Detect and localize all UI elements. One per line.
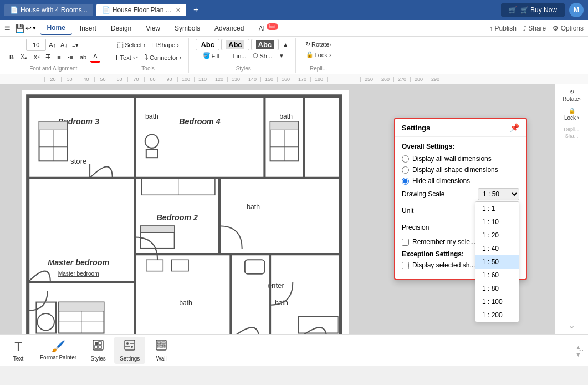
canvas-area[interactable]: Bedroom 3 bath Bedroom 4 bath store Bedr… bbox=[0, 84, 555, 366]
connector-button[interactable]: ⤵ Connector › bbox=[142, 52, 184, 63]
tab-advanced[interactable]: Advanced bbox=[208, 22, 250, 34]
svg-rect-42 bbox=[172, 260, 189, 271]
scale-opt-1-40[interactable]: 1 : 40 bbox=[475, 242, 519, 255]
scale-opt-1-10[interactable]: 1 : 10 bbox=[475, 215, 519, 229]
scale-dropdown-list: 1 : 1 1 : 10 1 : 20 1 : 40 1 : 50 1 : 60… bbox=[475, 201, 519, 322]
text-button[interactable]: T Text › * bbox=[112, 52, 141, 63]
subscript-button[interactable]: X₂ bbox=[18, 52, 29, 62]
tools-group: ⬚ Select › □ Shape › T Text › * ⤵ Connec… bbox=[108, 38, 190, 73]
svg-rect-49 bbox=[95, 342, 98, 345]
tab-view[interactable]: View bbox=[139, 22, 167, 34]
styles-scroll-down[interactable]: ▼ bbox=[276, 51, 287, 60]
fill-button[interactable]: 🪣 Fill bbox=[200, 50, 222, 61]
radio-wall-input[interactable] bbox=[402, 155, 409, 163]
radio-wall-dimensions[interactable]: Display all wall dimensions bbox=[402, 155, 519, 163]
settings-title: Settings bbox=[402, 124, 430, 132]
avatar[interactable]: M bbox=[569, 3, 584, 17]
style-abc-1[interactable]: Abc bbox=[196, 39, 219, 50]
radio-shape-input[interactable] bbox=[402, 166, 409, 174]
rotate-lock-group: ↻ Rotate› 🔒 Lock › Repli... bbox=[298, 38, 339, 73]
toolbar: A↑ A↓ ≡▾ B X₂ X² T̶ ≡ •≡ ab A Font and A… bbox=[0, 37, 588, 74]
svg-text:bath: bath bbox=[179, 299, 192, 307]
tab-symbols[interactable]: Symbols bbox=[168, 22, 207, 34]
styles-scroll-up[interactable]: ▲ bbox=[280, 40, 291, 49]
bold-button[interactable]: B bbox=[7, 52, 17, 62]
rotate-button[interactable]: ↻ Rotate› bbox=[303, 39, 334, 49]
canvas[interactable]: Bedroom 3 bath Bedroom 4 bath store Bedr… bbox=[22, 90, 349, 345]
close-tab-icon[interactable]: ✕ bbox=[176, 7, 181, 14]
expand-icon[interactable]: ▾ bbox=[33, 24, 36, 32]
lock-button[interactable]: 🔒 Lock › bbox=[303, 49, 334, 60]
shape-icon: □ bbox=[152, 40, 156, 49]
radio-shape-dimensions[interactable]: Display all shape dimensions bbox=[402, 166, 519, 174]
font-size-down-button[interactable]: A↓ bbox=[59, 40, 69, 49]
tab-design[interactable]: Design bbox=[104, 22, 138, 34]
ruler-mark: 280 bbox=[410, 77, 427, 82]
save-icon[interactable]: 💾 bbox=[15, 24, 24, 33]
list-button[interactable]: ≡ bbox=[54, 52, 63, 62]
scale-opt-1-50-selected[interactable]: 1 : 50 bbox=[475, 255, 519, 269]
rotate-right-button[interactable]: ↻ Rotate› bbox=[558, 87, 586, 104]
tab-house-floor[interactable]: 📄 House Floor Plan ... ✕ bbox=[96, 4, 186, 16]
scale-opt-1-20[interactable]: 1 : 20 bbox=[475, 229, 519, 242]
tab-home[interactable]: Home bbox=[40, 22, 72, 35]
new-tab-button[interactable]: + bbox=[190, 3, 203, 17]
drawing-scale-label: Drawing Scale bbox=[402, 190, 444, 198]
collapse-icon[interactable]: ⌄ bbox=[568, 321, 575, 330]
sh-button[interactable]: ⬡ Sh... bbox=[250, 50, 275, 61]
styles-tool-bottom[interactable]: Styles bbox=[84, 337, 112, 364]
font-name-button[interactable]: ab bbox=[77, 52, 89, 62]
svg-rect-50 bbox=[99, 342, 101, 345]
style-abc-3[interactable]: Abc bbox=[251, 39, 279, 50]
radio-hide-dimensions[interactable]: Hide all dimensions bbox=[402, 177, 519, 185]
undo-icon[interactable]: ↩ bbox=[25, 24, 32, 32]
shape-button[interactable]: □ Shape › bbox=[149, 39, 181, 50]
scale-opt-1-100[interactable]: 1 : 100 bbox=[475, 295, 519, 308]
font-size-input[interactable] bbox=[26, 39, 46, 51]
style-abc-2[interactable]: Abc bbox=[221, 39, 249, 50]
lock-right-button[interactable]: 🔒 Lock › bbox=[558, 105, 586, 123]
share-button[interactable]: ⤴ Share bbox=[523, 24, 546, 32]
font-color-button[interactable]: A bbox=[90, 51, 100, 63]
tab-insert[interactable]: Insert bbox=[73, 22, 103, 34]
svg-point-56 bbox=[131, 346, 133, 348]
display-selected-checkbox[interactable] bbox=[402, 262, 409, 269]
options-button[interactable]: ⚙ Options bbox=[553, 24, 584, 32]
scale-opt-1-1[interactable]: 1 : 1 bbox=[475, 202, 519, 215]
scroll-down-icon[interactable]: ▼ bbox=[575, 351, 581, 357]
radio-hide-input[interactable] bbox=[402, 178, 409, 185]
scale-opt-1-200[interactable]: 1 : 200 bbox=[475, 308, 519, 322]
tab-label-1: House with 4 Rooms... bbox=[21, 6, 88, 14]
svg-rect-24 bbox=[39, 121, 68, 130]
remember-checkbox[interactable] bbox=[402, 239, 409, 246]
ruler-mark: 60 bbox=[111, 77, 127, 82]
list2-button[interactable]: •≡ bbox=[65, 52, 76, 62]
strikethrough-button[interactable]: T̶ bbox=[43, 51, 53, 63]
scale-opt-1-60[interactable]: 1 : 60 bbox=[475, 269, 519, 282]
text-tool-bottom[interactable]: T Text bbox=[4, 337, 32, 364]
svg-rect-61 bbox=[160, 345, 163, 347]
buy-now-button[interactable]: 🛒 🛒 Buy Now bbox=[501, 3, 565, 17]
svg-point-45 bbox=[37, 313, 54, 331]
tab-ai[interactable]: AI hot bbox=[252, 22, 284, 35]
select-button[interactable]: ⬚ Select › bbox=[114, 39, 148, 50]
font-size-up-button[interactable]: A↑ bbox=[47, 40, 58, 49]
drawing-scale-select[interactable]: 1 : 1 1 : 10 1 : 20 1 : 40 1 : 50 1 : 60… bbox=[478, 188, 519, 200]
sh-icon: ⬡ bbox=[253, 52, 258, 59]
pin-icon[interactable]: 📌 bbox=[510, 123, 519, 132]
publish-button[interactable]: ↑ Publish bbox=[489, 24, 517, 32]
format-painter-tool[interactable]: 🖌️ Format Painter bbox=[34, 337, 82, 363]
scale-opt-1-80[interactable]: 1 : 80 bbox=[475, 282, 519, 295]
superscript-button[interactable]: X² bbox=[30, 52, 42, 62]
settings-tool-bottom[interactable]: Settings bbox=[114, 337, 145, 364]
styles-row: Abc Abc Abc ▲ bbox=[196, 39, 291, 50]
svg-text:Bedroom 4: Bedroom 4 bbox=[179, 117, 220, 126]
collapse-button[interactable]: ⌄ bbox=[568, 320, 575, 331]
wall-tool-bottom[interactable]: Wall bbox=[147, 337, 175, 364]
line-button[interactable]: — Lin... bbox=[223, 51, 249, 61]
app-menu-button[interactable]: ≡ bbox=[4, 22, 11, 34]
tab-house-rooms[interactable]: 📄 House with 4 Rooms... bbox=[4, 4, 93, 16]
tools-top-row: ⬚ Select › □ Shape › bbox=[114, 39, 182, 50]
align-button[interactable]: ≡▾ bbox=[70, 40, 80, 50]
scroll-up-icon[interactable]: ▲ bbox=[575, 343, 581, 350]
